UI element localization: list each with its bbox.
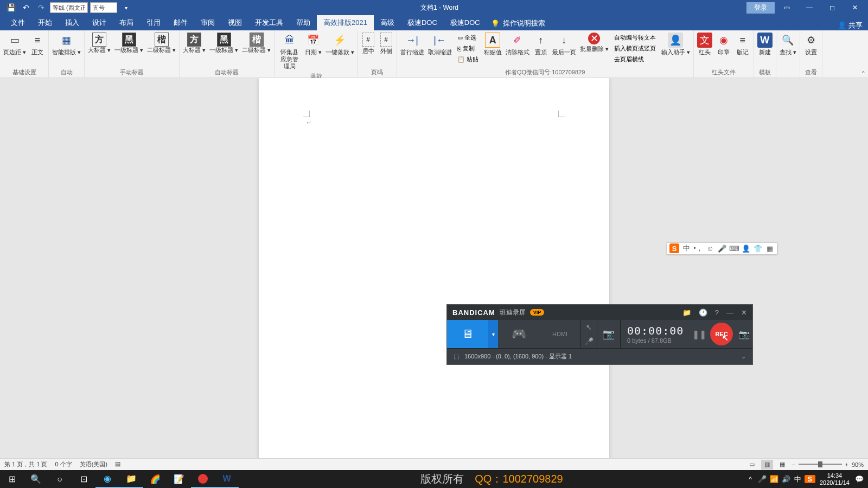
search-button[interactable]: 🔍	[24, 470, 48, 488]
bandicam-help-button[interactable]: ?	[715, 309, 719, 317]
tab-home[interactable]: 开始	[31, 15, 59, 30]
tab-help[interactable]: 帮助	[290, 15, 317, 30]
close-button[interactable]: ✕	[844, 0, 866, 15]
tab-view[interactable]: 视图	[221, 15, 248, 30]
ime-keyboard-button[interactable]: ⌨	[729, 243, 739, 253]
web-layout-button[interactable]: ▦	[776, 460, 788, 470]
unindent-button[interactable]: |←取消缩进	[426, 31, 454, 57]
settings-button[interactable]: ⚙设置	[802, 31, 820, 57]
ime-toolbar[interactable]: S 中 •， ☺ 🎤 ⌨ 👤 👕 ▦	[667, 242, 777, 254]
word-taskbar-button[interactable]: W	[215, 470, 239, 488]
bandicam-timer-button[interactable]: 🕐	[699, 309, 707, 317]
maximize-button[interactable]: ◻	[821, 0, 843, 15]
cursor-toggle[interactable]: ↖	[581, 320, 597, 334]
screenshot-button[interactable]: 📷	[736, 329, 752, 339]
document-page[interactable]: ↵	[259, 78, 609, 470]
auto-h1-button[interactable]: 黑一级标题 ▾	[208, 31, 240, 55]
batch-delete-button[interactable]: ✕批量删除 ▾	[578, 31, 610, 54]
macro-indicator[interactable]: ▤	[115, 460, 120, 468]
margins-button[interactable]: ▭页边距 ▾	[2, 31, 28, 57]
clear-format-button[interactable]: ✐清除格式	[504, 31, 531, 57]
login-button[interactable]: 登录	[746, 2, 775, 14]
page-indicator[interactable]: 第 1 页，共 1 页	[4, 460, 47, 468]
webcam-toggle[interactable]: 📷	[597, 320, 621, 348]
qat-more-button[interactable]: ▾	[119, 2, 132, 14]
tab-fastdoc1[interactable]: 极速DOC	[401, 15, 444, 30]
expand-button[interactable]: ⌄	[741, 353, 746, 360]
tray-wifi-icon[interactable]: 📶	[769, 475, 780, 483]
collapse-ribbon-button[interactable]: ^	[862, 70, 865, 76]
copy-button[interactable]: ⎘复制	[455, 43, 481, 54]
new-template-button[interactable]: W新建	[756, 31, 774, 57]
device-mode-button[interactable]: HDMI	[539, 320, 580, 348]
mic-toggle[interactable]: 🎤	[581, 334, 597, 348]
task-view-button[interactable]: ⊡	[72, 470, 95, 488]
undo-button[interactable]: ↶	[20, 2, 33, 14]
tray-volume-icon[interactable]: 🔊	[781, 475, 792, 483]
app-taskbar-button[interactable]: 🌈	[143, 470, 167, 488]
language-indicator[interactable]: 英语(美国)	[80, 460, 107, 468]
ime-skin-button[interactable]: 👕	[753, 243, 763, 253]
org-button[interactable]: 🏛怀集县应急管理局	[277, 31, 303, 71]
minimize-button[interactable]: —	[799, 0, 820, 15]
save-button[interactable]: 💾	[4, 2, 17, 14]
smart-layout-button[interactable]: ▦智能排版 ▾	[50, 31, 82, 57]
h2-button[interactable]: 楷二级标题 ▾	[145, 31, 177, 55]
auto-big-heading-button[interactable]: 方大标题 ▾	[181, 31, 207, 55]
explorer-taskbar-button[interactable]: 📁	[119, 470, 143, 488]
pause-button[interactable]: ❚❚	[692, 329, 707, 339]
document-area[interactable]: ↵	[0, 78, 868, 470]
tab-review[interactable]: 审阅	[194, 15, 221, 30]
seal-button[interactable]: ◉印章	[714, 31, 733, 57]
bandicam-taskbar-button[interactable]	[191, 470, 215, 488]
onekey-sign-button[interactable]: ⚡一键落款 ▾	[324, 31, 356, 57]
colophon-button[interactable]: ≡版记	[733, 31, 752, 57]
ime-emoji-button[interactable]: ☺	[705, 243, 715, 253]
notifications-button[interactable]: 💬	[854, 475, 865, 483]
body-text-button[interactable]: ≡正文	[28, 31, 47, 57]
taskbar-clock[interactable]: 14:34 2020/11/14	[816, 472, 853, 486]
screen-mode-dropdown[interactable]: ▾	[488, 320, 498, 348]
to-top-button[interactable]: ↑置顶	[532, 31, 550, 57]
read-mode-button[interactable]: ▭	[746, 460, 758, 470]
ime-punct-button[interactable]: •，	[693, 243, 703, 253]
find-button[interactable]: 🔍查找 ▾	[778, 31, 798, 57]
ime-user-button[interactable]: 👤	[741, 243, 751, 253]
ime-voice-button[interactable]: 🎤	[717, 243, 727, 253]
h1-button[interactable]: 黑一级标题 ▾	[113, 31, 145, 55]
bandicam-window[interactable]: BANDICAM 班迪录屏 VIP 📁 🕐 ? — ✕ 🖥 ▾ 🎮 HDMI ↖…	[446, 304, 753, 365]
insert-page-orient-button[interactable]: 插入横页或竖页	[612, 43, 658, 54]
tab-fastdoc2[interactable]: 极速DOC	[444, 15, 487, 30]
input-helper-button[interactable]: 👤输入助手 ▾	[660, 31, 692, 57]
zoom-out-button[interactable]: −	[792, 461, 795, 468]
auto-h2-button[interactable]: 楷二级标题 ▾	[240, 31, 272, 55]
font-size-select[interactable]	[90, 2, 117, 13]
remove-header-line-button[interactable]: 去页眉横线	[612, 54, 658, 65]
big-heading-button[interactable]: 方大标题 ▾	[86, 31, 112, 55]
font-select[interactable]	[50, 2, 88, 13]
tab-references[interactable]: 引用	[140, 15, 167, 30]
zoom-slider[interactable]	[799, 464, 842, 465]
sogou-logo-icon[interactable]: S	[669, 243, 679, 253]
select-all-button[interactable]: ▭全选	[455, 33, 481, 43]
redhead-button[interactable]: 文红头	[695, 31, 714, 57]
tab-advanced[interactable]: 高级	[374, 15, 401, 30]
tell-me-search[interactable]: 💡 操作说明搜索	[487, 16, 550, 30]
bandicam-titlebar[interactable]: BANDICAM 班迪录屏 VIP 📁 🕐 ? — ✕	[447, 305, 752, 320]
tray-mic-icon[interactable]: 🎤	[757, 475, 768, 483]
record-button[interactable]: REC ↖	[710, 323, 733, 345]
zoom-in-button[interactable]: +	[845, 461, 848, 468]
ribbon-display-button[interactable]: ▭	[776, 0, 797, 15]
date-button[interactable]: 📅日期 ▾	[303, 31, 323, 57]
print-layout-button[interactable]: ▥	[761, 460, 773, 470]
tab-design[interactable]: 设计	[86, 15, 113, 30]
notepad-taskbar-button[interactable]: 📝	[167, 470, 191, 488]
screen-mode-button[interactable]: 🖥	[447, 320, 488, 348]
tab-layout[interactable]: 布局	[113, 15, 140, 30]
tab-developer[interactable]: 开发工具	[248, 15, 290, 30]
tab-mailings[interactable]: 邮件	[167, 15, 194, 30]
paste-value-button[interactable]: A粘贴值	[482, 31, 503, 57]
cortana-button[interactable]: ○	[48, 470, 72, 488]
start-button[interactable]: ⊞	[0, 470, 24, 488]
tray-sogou-icon[interactable]: S	[805, 475, 815, 483]
